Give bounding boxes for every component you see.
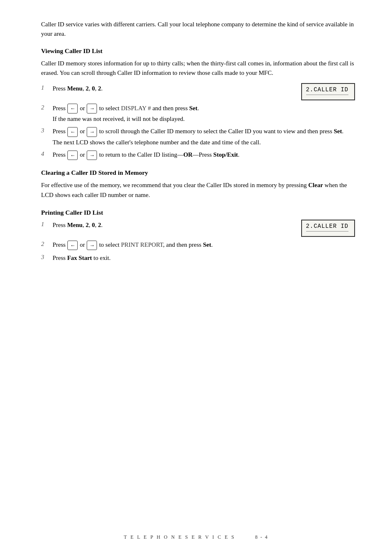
step-4-viewing-text: Press ← or → to return to the Caller ID … bbox=[53, 150, 359, 160]
footer-page-num: 8 - 4 bbox=[255, 534, 268, 540]
lcd-row1-printing: 2.CALLER ID bbox=[306, 223, 348, 229]
left-arrow3-icon: ← bbox=[67, 151, 78, 160]
step-1-printing-content: 1 Press Menu, 2, 0, 2. bbox=[41, 220, 293, 233]
step-3-printing: 3 Press Fax Start to exit. bbox=[41, 253, 359, 263]
step-4-viewing: 4 Press ← or → to return to the Caller I… bbox=[41, 150, 359, 160]
step-3-printing-text: Press Fax Start to exit. bbox=[53, 253, 359, 263]
step-2-viewing-text: Press ← or → to select DISPLAY # and the… bbox=[53, 104, 359, 124]
step-num-1-viewing: 1 bbox=[41, 84, 53, 91]
section-printing-title: Printing Caller ID List bbox=[41, 209, 359, 216]
step-num-3-viewing: 3 bbox=[41, 127, 53, 134]
step-num-3-printing: 3 bbox=[41, 253, 53, 261]
lcd-box-printing: 2.CALLER ID bbox=[301, 220, 355, 237]
step-3-viewing: 3 Press ← or → to scroll through the Cal… bbox=[41, 127, 359, 147]
page-content: Caller ID service varies with different … bbox=[0, 0, 392, 299]
lcd-display-printing: 2.CALLER ID bbox=[301, 220, 359, 237]
section-clearing: Clearing a Caller ID Stored in Memory Fo… bbox=[41, 169, 359, 200]
lcd-row2-viewing bbox=[306, 95, 348, 97]
step-num-1-printing: 1 bbox=[41, 220, 53, 228]
step-2-viewing: 2 Press ← or → to select DISPLAY # and t… bbox=[41, 104, 359, 124]
right-arrow-icon: → bbox=[87, 104, 97, 114]
step-1-viewing-row: 1 Press Menu, 2, 0, 2. bbox=[41, 84, 293, 93]
right-arrow3-icon: → bbox=[87, 151, 97, 160]
left-arrow4-icon: ← bbox=[67, 241, 78, 250]
right-arrow4-icon: → bbox=[87, 241, 97, 250]
step-1-viewing: 1 Press Menu, 2, 0, 2. 2.CALLER ID bbox=[41, 84, 359, 100]
step-num-2-printing: 2 bbox=[41, 240, 53, 248]
section-viewing-title: Viewing Caller ID List bbox=[41, 47, 359, 55]
step-2-printing: 2 Press ← or → to select PRINT REPORT, a… bbox=[41, 240, 359, 250]
section-clearing-desc: For effective use of the memory, we reco… bbox=[41, 181, 359, 200]
page-footer: T E L E P H O N E S E R V I C E S 8 - 4 bbox=[0, 534, 392, 540]
step-num-2-viewing: 2 bbox=[41, 104, 53, 111]
step-1-printing-text: Press Menu, 2, 0, 2. bbox=[53, 220, 293, 230]
right-arrow2-icon: → bbox=[87, 127, 97, 137]
left-arrow2-icon: ← bbox=[67, 127, 78, 137]
section-clearing-title: Clearing a Caller ID Stored in Memory bbox=[41, 169, 359, 176]
lcd-box-viewing: 2.CALLER ID bbox=[301, 83, 355, 100]
step-1-viewing-content: 1 Press Menu, 2, 0, 2. bbox=[41, 84, 293, 97]
section-viewing-desc: Caller ID memory stores information for … bbox=[41, 59, 359, 78]
step-1-viewing-text: Press Menu, 2, 0, 2. bbox=[53, 84, 293, 93]
footer-left: T E L E P H O N E S E R V I C E S bbox=[124, 534, 235, 540]
intro-paragraph: Caller ID service varies with different … bbox=[41, 20, 359, 38]
lcd-display-viewing: 2.CALLER ID bbox=[301, 84, 359, 100]
lcd-row2-printing bbox=[306, 231, 348, 234]
lcd-row1-viewing: 2.CALLER ID bbox=[306, 86, 348, 93]
step-2-sub: If the name was not received, it will no… bbox=[53, 114, 359, 124]
step-3-viewing-text: Press ← or → to scroll through the Calle… bbox=[53, 127, 359, 147]
left-arrow-icon: ← bbox=[67, 104, 78, 114]
step-num-4-viewing: 4 bbox=[41, 150, 53, 158]
section-printing: Printing Caller ID List 1 Press Menu, 2,… bbox=[41, 209, 359, 263]
step-2-printing-text: Press ← or → to select PRINT REPORT, and… bbox=[53, 240, 359, 250]
step-3-sub: The next LCD shows the caller's telephon… bbox=[53, 138, 359, 147]
step-1-printing: 1 Press Menu, 2, 0, 2. 2.CALLER ID bbox=[41, 220, 359, 237]
step-1-printing-row: 1 Press Menu, 2, 0, 2. bbox=[41, 220, 293, 230]
section-viewing: Viewing Caller ID List Caller ID memory … bbox=[41, 47, 359, 160]
